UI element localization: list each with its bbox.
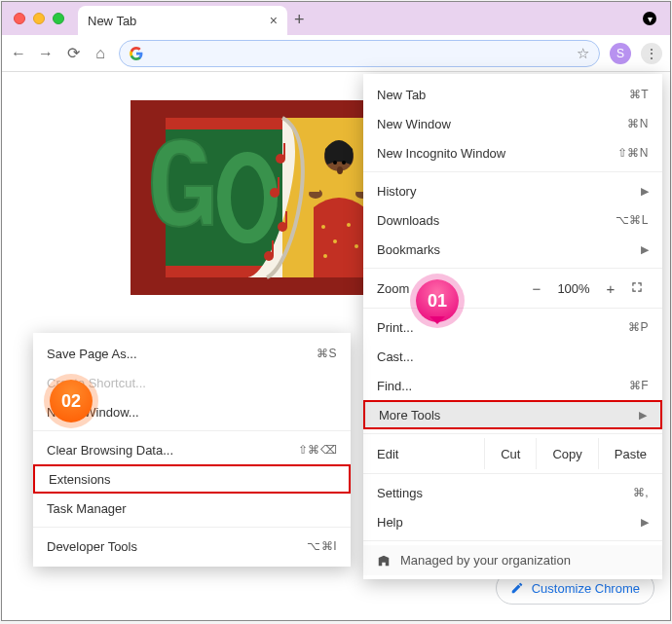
menu-item-zoom: Zoom − 100% + (363, 273, 662, 304)
menu-item-edit: Edit Cut Copy Paste (363, 438, 662, 469)
menu-item-print[interactable]: Print...⌘P (363, 312, 662, 342)
svg-rect-11 (278, 177, 280, 193)
zoom-value: 100% (551, 281, 596, 296)
svg-point-28 (347, 223, 351, 227)
sync-status-icon[interactable]: ▾ (643, 12, 656, 25)
svg-point-24 (342, 161, 346, 165)
menu-item-find[interactable]: Find...⌘F (363, 371, 662, 400)
pencil-icon (510, 581, 524, 595)
close-window-button[interactable] (14, 13, 25, 24)
chevron-right-icon: ▶ (641, 185, 649, 198)
browser-toolbar: ← → ⟳ ⌂ ☆ S ⋮ (2, 35, 670, 72)
menu-separator (363, 171, 662, 172)
back-button[interactable]: ← (10, 45, 27, 62)
browser-tab[interactable]: New Tab × (78, 6, 287, 35)
profile-avatar[interactable]: S (610, 43, 631, 64)
close-tab-icon[interactable]: × (270, 13, 278, 28)
svg-point-29 (355, 244, 358, 248)
menu-item-bookmarks[interactable]: Bookmarks▶ (363, 235, 662, 264)
menu-item-new-incognito[interactable]: New Incognito Window⇧⌘N (363, 138, 662, 167)
menu-item-history[interactable]: History▶ (363, 176, 662, 205)
browser-window: New Tab × + ▾ ← → ⟳ ⌂ ☆ S ⋮ (1, 1, 671, 621)
chevron-right-icon: ▶ (639, 409, 647, 422)
tab-strip: New Tab × + ▾ (2, 2, 670, 35)
callout-badge-1: 01 (416, 279, 459, 322)
chevron-right-icon: ▶ (641, 243, 649, 256)
menu-item-new-tab[interactable]: New Tab⌘T (363, 80, 662, 109)
submenu-item-developer-tools[interactable]: Developer Tools⌥⌘I (33, 532, 351, 561)
reload-button[interactable]: ⟳ (64, 44, 82, 62)
customize-chrome-label: Customize Chrome (532, 581, 640, 596)
svg-rect-15 (272, 240, 274, 256)
menu-separator (33, 430, 351, 431)
menu-separator (363, 433, 662, 434)
zoom-out-button[interactable]: − (522, 280, 551, 297)
menu-item-settings[interactable]: Settings⌘, (363, 478, 662, 507)
window-controls (2, 13, 64, 24)
tab-title: New Tab (88, 14, 136, 28)
menu-item-new-window[interactable]: New Window⌘N (363, 109, 662, 138)
menu-item-cast[interactable]: Cast... (363, 342, 662, 371)
menu-separator (363, 473, 662, 474)
callout-badge-2: 02 (50, 380, 93, 422)
submenu-item-extensions[interactable]: Extensions (33, 464, 351, 494)
bookmark-star-icon[interactable]: ☆ (577, 45, 589, 62)
google-g-icon (130, 47, 143, 60)
menu-separator (363, 540, 662, 541)
building-icon (377, 554, 391, 568)
svg-point-30 (323, 254, 327, 258)
menu-separator (33, 527, 351, 528)
svg-point-25 (337, 166, 343, 174)
zoom-in-button[interactable]: + (596, 280, 625, 297)
fullscreen-window-button[interactable] (53, 13, 64, 24)
managed-by-org-notice: Managed by your organization (363, 545, 662, 575)
submenu-item-task-manager[interactable]: Task Manager (33, 494, 351, 523)
svg-point-23 (333, 161, 337, 165)
menu-item-downloads[interactable]: Downloads⌥⌘L (363, 205, 662, 235)
chrome-main-menu: New Tab⌘T New Window⌘N New Incognito Win… (363, 74, 662, 579)
edit-paste-button[interactable]: Paste (598, 438, 662, 469)
kebab-menu-button[interactable]: ⋮ (641, 43, 662, 64)
submenu-item-clear-browsing-data[interactable]: Clear Browsing Data...⇧⌘⌫ (33, 435, 351, 464)
menu-item-help[interactable]: Help▶ (363, 507, 662, 536)
svg-rect-9 (283, 143, 285, 159)
svg-point-27 (333, 239, 337, 243)
minimize-window-button[interactable] (33, 13, 45, 24)
chevron-right-icon: ▶ (641, 516, 649, 529)
edit-cut-button[interactable]: Cut (484, 438, 536, 469)
svg-rect-13 (285, 211, 287, 227)
edit-copy-button[interactable]: Copy (536, 438, 597, 469)
more-tools-submenu: Save Page As...⌘S Create Shortcut... Nam… (33, 333, 351, 567)
svg-rect-21 (308, 188, 319, 192)
new-tab-button[interactable]: + (294, 10, 305, 30)
address-bar[interactable]: ☆ (119, 40, 600, 67)
menu-separator (363, 308, 662, 309)
submenu-item-save-page[interactable]: Save Page As...⌘S (33, 339, 351, 368)
home-button[interactable]: ⌂ (92, 45, 109, 62)
fullscreen-button[interactable] (625, 280, 649, 297)
menu-separator (363, 268, 662, 269)
menu-item-more-tools[interactable]: More Tools▶ (363, 400, 662, 429)
forward-button[interactable]: → (37, 45, 55, 62)
svg-point-26 (321, 225, 325, 229)
